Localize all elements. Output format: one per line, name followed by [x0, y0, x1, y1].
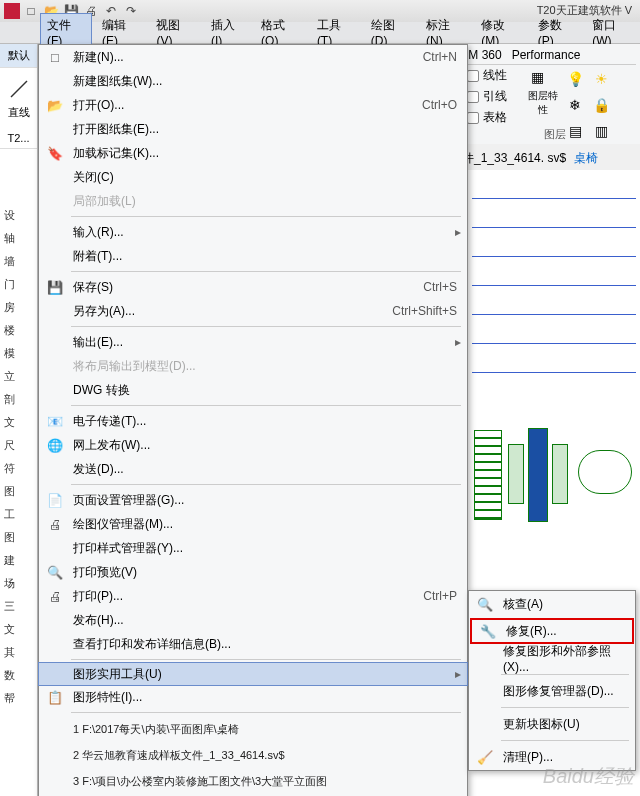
menu-item[interactable]: 📂打开(O)...Ctrl+O [39, 93, 467, 117]
menu-item[interactable]: 🔍打印预览(V) [39, 560, 467, 584]
menu-item[interactable]: 输入(R)...▸ [39, 220, 467, 244]
vtab-item[interactable]: 设 [2, 204, 32, 227]
ribbon-tab[interactable]: Performance [512, 48, 581, 62]
menu-item-shortcut: Ctrl+Shift+S [392, 304, 457, 318]
qat-new-icon[interactable]: □ [22, 2, 40, 20]
menu-item-icon [475, 648, 495, 668]
vtab-item[interactable]: 楼 [2, 319, 32, 342]
checkbox-icon[interactable] [467, 91, 479, 103]
menu-item-icon [45, 459, 65, 479]
sun-icon[interactable]: ☀ [589, 67, 613, 91]
menu-item[interactable]: 打开图纸集(E)... [39, 117, 467, 141]
vertical-tabs: 设轴墙门房楼模立剖文尺符图工图建场三文其数帮 [2, 204, 32, 710]
menu-item-label: 页面设置管理器(G)... [73, 492, 461, 509]
recent-file-item[interactable]: 3 F:\项目\办公楼室内装修施工图文件\3大堂平立面图 [39, 768, 467, 794]
menu-item[interactable]: 📄页面设置管理器(G)... [39, 488, 467, 512]
checkbox-icon[interactable] [467, 70, 479, 82]
menu-item-label: 将布局输出到模型(D)... [73, 358, 461, 375]
checkbox-icon[interactable] [467, 112, 479, 124]
menu-item-icon: 📂 [45, 95, 65, 115]
vtab-item[interactable]: 帮 [2, 687, 32, 710]
separator [501, 707, 629, 708]
menu-item[interactable]: □新建(N)...Ctrl+N [39, 45, 467, 69]
vtab-item[interactable]: 尺 [2, 434, 32, 457]
menu-item[interactable]: 修复图形和外部参照(X)... [469, 645, 635, 671]
app-icon [4, 3, 20, 19]
menu-item-icon [45, 71, 65, 91]
ribbon-group-label: 图层 [465, 127, 640, 142]
vtab-item[interactable]: 轴 [2, 227, 32, 250]
vtab-item[interactable]: 文 [2, 618, 32, 641]
left-tab[interactable]: 默认 [0, 44, 37, 68]
menu-item[interactable]: 🔍核查(A) [469, 591, 635, 617]
vtab-item[interactable]: 工 [2, 503, 32, 526]
vtab-item[interactable]: 文 [2, 411, 32, 434]
menu-item[interactable]: 图形修复管理器(D)... [469, 678, 635, 704]
vtab-item[interactable]: 图 [2, 526, 32, 549]
vtab-item[interactable]: 立 [2, 365, 32, 388]
vtab-item[interactable]: 模 [2, 342, 32, 365]
vtab-item[interactable]: 剖 [2, 388, 32, 411]
vtab-item[interactable]: 建 [2, 549, 32, 572]
menu-item-label: 查看打印和发布详细信息(B)... [73, 636, 461, 653]
menu-item[interactable]: DWG 转换 [39, 378, 467, 402]
menu-item[interactable]: 输出(E)...▸ [39, 330, 467, 354]
ribbon-item[interactable]: 引线 [483, 88, 507, 105]
menu-item-label: 图形特性(I)... [73, 689, 461, 706]
ribbon-item[interactable]: 线性 [483, 67, 507, 84]
vtab-item[interactable]: 门 [2, 273, 32, 296]
watermark: Baidu经验 [543, 763, 634, 790]
menu-item-label: 另存为(A)... [73, 303, 392, 320]
vtab-item[interactable]: 图 [2, 480, 32, 503]
svg-line-0 [11, 81, 27, 97]
vtab-item[interactable]: 房 [2, 296, 32, 319]
layer-props-icon[interactable]: ▦ [525, 65, 549, 89]
left-tab[interactable]: T2... [0, 128, 37, 149]
menu-item[interactable]: 图形实用工具(U)▸ [38, 662, 468, 686]
menu-item[interactable]: 💾保存(S)Ctrl+S [39, 275, 467, 299]
bulb-icon[interactable]: 💡 [563, 67, 587, 91]
freeze-icon[interactable]: ❄ [563, 93, 587, 117]
line-tool-icon[interactable] [7, 77, 31, 101]
vtab-item[interactable]: 三 [2, 595, 32, 618]
recent-file-item[interactable]: 1 F:\2017每天\内装\平面图库\桌椅 [39, 716, 467, 742]
menu-item[interactable]: 更新块图标(U) [469, 711, 635, 737]
menu-item[interactable]: 🔖加载标记集(K)... [39, 141, 467, 165]
ribbon-item[interactable]: 表格 [483, 109, 507, 126]
menu-item-icon [45, 634, 65, 654]
menu-item-icon [45, 246, 65, 266]
menu-item[interactable]: 查看打印和发布详细信息(B)... [39, 632, 467, 656]
menu-item[interactable]: 关闭(C) [39, 165, 467, 189]
vtab-item[interactable]: 场 [2, 572, 32, 595]
vtab-item[interactable]: 其 [2, 641, 32, 664]
menu-item[interactable]: 发布(H)... [39, 608, 467, 632]
recent-file-item[interactable]: 2 华云旭教育速成样板文件_1_33_4614.sv$ [39, 742, 467, 768]
lock-icon[interactable]: 🔒 [589, 93, 613, 117]
menu-item-icon [45, 356, 65, 376]
menu-item-label: 关闭(C) [73, 169, 461, 186]
menu-item-shortcut: Ctrl+O [422, 98, 457, 112]
ribbon-tab[interactable]: IM 360 [465, 48, 502, 62]
menu-item-icon: 🔍 [475, 594, 495, 614]
doc-tab-active[interactable]: 桌椅 [574, 150, 598, 167]
menu-item[interactable]: 🖨绘图仪管理器(M)... [39, 512, 467, 536]
menu-item[interactable]: 🌐网上发布(W)... [39, 433, 467, 457]
menu-item-icon [45, 538, 65, 558]
menu-item-label: 发送(D)... [73, 461, 461, 478]
vtab-item[interactable]: 数 [2, 664, 32, 687]
menu-item-icon [45, 167, 65, 187]
menu-item[interactable]: 📧电子传递(T)... [39, 409, 467, 433]
menu-item[interactable]: 打印样式管理器(Y)... [39, 536, 467, 560]
vtab-item[interactable]: 符 [2, 457, 32, 480]
menu-item[interactable]: 新建图纸集(W)... [39, 69, 467, 93]
menu-item[interactable]: 🖨打印(P)...Ctrl+P [39, 584, 467, 608]
menu-item[interactable]: 🔧修复(R)... [470, 618, 634, 644]
menu-item[interactable]: 另存为(A)...Ctrl+Shift+S [39, 299, 467, 323]
menu-item[interactable]: 附着(T)... [39, 244, 467, 268]
menu-item: 将布局输出到模型(D)... [39, 354, 467, 378]
menu-item[interactable]: 📋图形特性(I)... [39, 685, 467, 709]
menu-item-label: 网上发布(W)... [73, 437, 461, 454]
vtab-item[interactable]: 墙 [2, 250, 32, 273]
menu-item[interactable]: 发送(D)... [39, 457, 467, 481]
menu-item-icon: 📄 [45, 490, 65, 510]
